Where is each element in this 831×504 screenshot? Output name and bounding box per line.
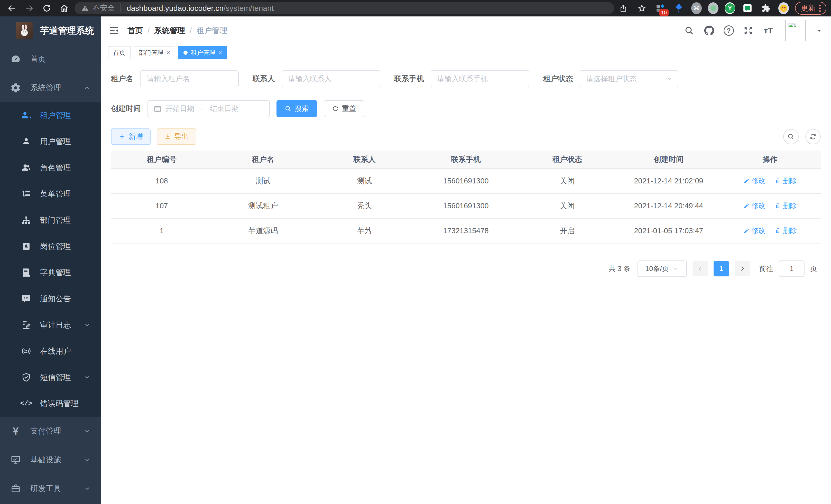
edit-link[interactable]: 修改 bbox=[743, 176, 766, 185]
sidebar-item-user[interactable]: 用户管理 bbox=[0, 128, 101, 155]
sidebar-item-pay[interactable]: ¥ 支付管理 bbox=[0, 417, 101, 445]
contact-label: 联系人 bbox=[253, 74, 275, 84]
sidebar-item-menu[interactable]: 菜单管理 bbox=[0, 181, 101, 207]
share-icon[interactable] bbox=[617, 2, 630, 14]
edit-link[interactable]: 修改 bbox=[743, 201, 766, 210]
sidebar-item-notice[interactable]: 通知公告 bbox=[0, 286, 101, 312]
goto-label: 前往 bbox=[759, 264, 773, 273]
tab-home[interactable]: 首页 bbox=[108, 46, 131, 59]
avatar-broken-image[interactable] bbox=[785, 20, 806, 41]
sidebar-item-tenant[interactable]: 租户管理 bbox=[0, 102, 101, 128]
table-row: 107 测试租户 秃头 15601691300 关闭 2021-12-14 20… bbox=[111, 194, 821, 218]
avatar-caret-down-icon[interactable] bbox=[816, 28, 822, 34]
tab-close-icon[interactable]: × bbox=[219, 50, 222, 56]
browser-back-button[interactable] bbox=[5, 1, 19, 16]
browser-reload-button[interactable] bbox=[39, 1, 54, 16]
col-contact: 联系人 bbox=[314, 151, 415, 169]
page-url[interactable]: dashboard.yudao.iocoder.cn/system/tenant bbox=[127, 4, 274, 12]
cell-tenant-id: 108 bbox=[111, 169, 212, 194]
tab-dept[interactable]: 部门管理 × bbox=[134, 46, 175, 59]
mobile-input[interactable] bbox=[431, 70, 529, 87]
tab-close-icon[interactable]: × bbox=[167, 50, 170, 56]
address-bar[interactable]: 不安全 dashboard.yudao.iocoder.cn/system/te… bbox=[75, 2, 614, 14]
fullscreen-icon[interactable] bbox=[743, 25, 754, 36]
tenant-name-label: 租户名 bbox=[111, 74, 133, 84]
extension-y-icon[interactable]: Y bbox=[725, 2, 735, 14]
sidebar-item-system[interactable]: 系统管理 bbox=[0, 73, 101, 102]
cell-contact: 测试 bbox=[314, 169, 415, 194]
page-jump-input[interactable] bbox=[779, 261, 805, 277]
sidebar-logo[interactable]: 芋道管理系统 bbox=[0, 17, 101, 45]
extension-command-icon[interactable]: ⌘ bbox=[691, 2, 702, 14]
font-size-icon[interactable]: тT bbox=[763, 25, 774, 36]
page-size-select[interactable]: 10条/页 bbox=[637, 261, 687, 277]
sidebar-item-dict[interactable]: 字典管理 bbox=[0, 260, 101, 286]
sidebar-item-audit-log[interactable]: 审计日志 bbox=[0, 312, 101, 338]
status-select-input[interactable] bbox=[580, 70, 678, 87]
refresh-table-button[interactable] bbox=[805, 129, 821, 144]
delete-link[interactable]: 删除 bbox=[775, 201, 797, 210]
cell-status: 开启 bbox=[516, 218, 618, 243]
pagination: 共 3 条 10条/页 1 前往 页 bbox=[111, 261, 821, 277]
sidebar-item-role[interactable]: 角色管理 bbox=[0, 155, 101, 181]
sidebar-item-online-users[interactable]: 在线用户 bbox=[0, 338, 101, 364]
sidebar-item-dev-tools[interactable]: 研发工具 bbox=[0, 474, 101, 503]
breadcrumb-home[interactable]: 首页 bbox=[127, 25, 143, 36]
sidebar-item-sms[interactable]: 短信管理 bbox=[0, 364, 101, 390]
tab-tenant[interactable]: 租户管理 × bbox=[178, 46, 227, 59]
sidebar-item-error-code[interactable]: </> 错误码管理 bbox=[0, 390, 101, 417]
delete-link-label: 删除 bbox=[783, 201, 797, 210]
extension-tiles-icon[interactable]: 10 bbox=[654, 2, 666, 14]
sidebar-item-home[interactable]: 首页 bbox=[0, 45, 101, 73]
prev-page-button[interactable] bbox=[692, 261, 708, 276]
contact-input[interactable] bbox=[282, 70, 380, 87]
dashboard-icon bbox=[10, 53, 22, 65]
browser-home-button[interactable] bbox=[57, 1, 71, 16]
show-search-toggle-button[interactable] bbox=[783, 129, 799, 144]
tenant-name-input[interactable] bbox=[140, 70, 239, 87]
header-search-icon[interactable] bbox=[684, 25, 695, 36]
field-created-time: 创建时间 开始日期 - 结束日期 bbox=[111, 100, 270, 117]
start-date-placeholder[interactable]: 开始日期 bbox=[166, 104, 194, 114]
sidebar-collapse-icon[interactable] bbox=[101, 17, 127, 45]
sidebar-item-post[interactable]: 岗位管理 bbox=[0, 233, 101, 260]
extensions-puzzle-icon[interactable] bbox=[760, 2, 772, 14]
github-icon[interactable] bbox=[704, 25, 715, 36]
status-select[interactable] bbox=[580, 70, 678, 87]
help-question-icon[interactable]: ? bbox=[724, 25, 734, 36]
export-button[interactable]: 导出 bbox=[157, 128, 196, 145]
page-number-1[interactable]: 1 bbox=[714, 261, 729, 276]
chrome-menu-icon[interactable] bbox=[819, 5, 821, 12]
app-title: 芋道管理系统 bbox=[40, 25, 94, 37]
end-date-placeholder[interactable]: 结束日期 bbox=[210, 104, 239, 114]
chrome-update-button[interactable]: 更新 bbox=[795, 2, 826, 14]
address-separator bbox=[120, 4, 121, 12]
sidebar: 芋道管理系统 首页 系统管理 租户管理 bbox=[0, 17, 101, 504]
extension-emoji-icon[interactable] bbox=[778, 2, 789, 14]
add-button[interactable]: 新增 bbox=[111, 128, 150, 145]
delete-link[interactable]: 删除 bbox=[775, 226, 797, 235]
cell-contact: 芋艿 bbox=[314, 218, 415, 243]
browser-forward-button[interactable] bbox=[22, 1, 36, 16]
search-button[interactable]: 搜索 bbox=[277, 100, 317, 117]
delete-link[interactable]: 删除 bbox=[775, 176, 797, 185]
extension-chat-icon[interactable] bbox=[741, 2, 754, 14]
bookmark-star-icon[interactable] bbox=[636, 2, 648, 14]
extension-kite-icon[interactable] bbox=[673, 2, 685, 14]
extension-green-dot-icon[interactable] bbox=[708, 2, 718, 14]
sidebar-item-infra[interactable]: 基础设施 bbox=[0, 445, 101, 474]
sidebar-item-dept[interactable]: 部门管理 bbox=[0, 207, 101, 233]
breadcrumb-current: 租户管理 bbox=[197, 25, 227, 36]
edit-link[interactable]: 修改 bbox=[743, 226, 766, 235]
col-created: 创建时间 bbox=[618, 151, 719, 169]
not-secure-warning-icon[interactable] bbox=[81, 4, 89, 12]
not-secure-label[interactable]: 不安全 bbox=[92, 3, 115, 13]
sidebar-item-label: 首页 bbox=[30, 54, 46, 64]
top-navbar: 首页 / 系统管理 / 租户管理 ? тT bbox=[101, 17, 831, 45]
next-page-button[interactable] bbox=[735, 261, 750, 276]
reset-button[interactable]: 重置 bbox=[324, 100, 364, 117]
cell-contact: 秃头 bbox=[314, 194, 415, 218]
system-submenu: 租户管理 用户管理 角色管理 菜单管理 bbox=[0, 102, 101, 417]
date-range-picker[interactable]: 开始日期 - 结束日期 bbox=[147, 100, 270, 117]
table-tools bbox=[783, 129, 821, 144]
